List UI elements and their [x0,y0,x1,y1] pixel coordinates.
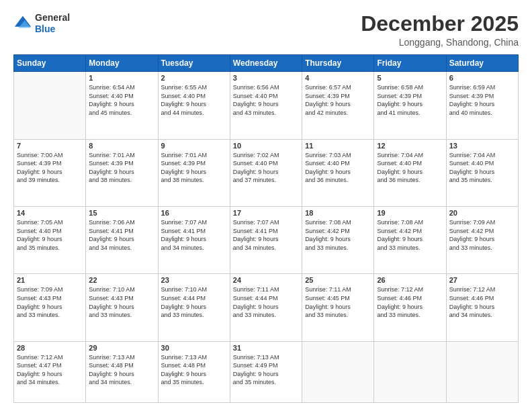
day-number: 24 [233,276,299,284]
day-info: Sunrise: 7:10 AM Sunset: 4:43 PM Dayligh… [89,285,154,319]
day-info: Sunrise: 7:00 AM Sunset: 4:39 PM Dayligh… [17,151,83,185]
day-number: 17 [233,209,299,217]
calendar-cell [446,341,518,402]
day-info: Sunrise: 7:13 AM Sunset: 4:49 PM Dayligh… [233,353,299,387]
calendar-week-row: 21Sunrise: 7:09 AM Sunset: 4:43 PM Dayli… [14,274,519,341]
title-block: December 2025 Longgang, Shandong, China [361,12,519,48]
day-number: 18 [305,209,371,217]
day-info: Sunrise: 7:07 AM Sunset: 4:41 PM Dayligh… [161,218,227,252]
day-number: 27 [449,276,515,284]
day-of-week-saturday: Saturday [446,55,518,72]
logo: General Blue [13,12,70,35]
calendar-cell: 26Sunrise: 7:12 AM Sunset: 4:46 PM Dayli… [374,274,446,341]
calendar-cell [14,72,86,139]
day-number: 26 [377,276,443,284]
day-number: 29 [89,344,154,352]
calendar-cell: 7Sunrise: 7:00 AM Sunset: 4:39 PM Daylig… [14,139,86,206]
calendar-cell: 11Sunrise: 7:03 AM Sunset: 4:40 PM Dayli… [302,139,374,206]
calendar-cell [374,341,446,402]
calendar-cell: 21Sunrise: 7:09 AM Sunset: 4:43 PM Dayli… [14,274,86,341]
calendar-cell: 17Sunrise: 7:07 AM Sunset: 4:41 PM Dayli… [230,206,302,273]
calendar-cell: 30Sunrise: 7:13 AM Sunset: 4:48 PM Dayli… [158,341,230,402]
day-number: 20 [449,209,515,217]
day-number: 7 [17,142,83,150]
day-number: 3 [233,74,299,82]
calendar-cell: 5Sunrise: 6:58 AM Sunset: 4:39 PM Daylig… [374,72,446,139]
day-info: Sunrise: 6:54 AM Sunset: 4:40 PM Dayligh… [89,83,154,117]
day-number: 19 [377,209,443,217]
calendar-week-row: 14Sunrise: 7:05 AM Sunset: 4:40 PM Dayli… [14,206,519,273]
day-number: 10 [233,142,299,150]
day-info: Sunrise: 7:11 AM Sunset: 4:45 PM Dayligh… [305,285,371,319]
calendar-cell [302,341,374,402]
calendar-cell: 25Sunrise: 7:11 AM Sunset: 4:45 PM Dayli… [302,274,374,341]
day-info: Sunrise: 7:04 AM Sunset: 4:40 PM Dayligh… [449,151,515,185]
calendar-cell: 13Sunrise: 7:04 AM Sunset: 4:40 PM Dayli… [446,139,518,206]
calendar-cell: 4Sunrise: 6:57 AM Sunset: 4:39 PM Daylig… [302,72,374,139]
day-of-week-thursday: Thursday [302,55,374,72]
calendar-cell: 14Sunrise: 7:05 AM Sunset: 4:40 PM Dayli… [14,206,86,273]
logo-icon [13,14,32,33]
day-info: Sunrise: 7:08 AM Sunset: 4:42 PM Dayligh… [305,218,371,252]
day-info: Sunrise: 7:13 AM Sunset: 4:48 PM Dayligh… [161,353,227,387]
day-number: 15 [89,209,154,217]
day-number: 1 [89,74,154,82]
day-number: 25 [305,276,371,284]
day-info: Sunrise: 7:12 AM Sunset: 4:46 PM Dayligh… [449,285,515,319]
day-info: Sunrise: 7:10 AM Sunset: 4:44 PM Dayligh… [161,285,227,319]
day-of-week-monday: Monday [86,55,158,72]
calendar-cell: 2Sunrise: 6:55 AM Sunset: 4:40 PM Daylig… [158,72,230,139]
day-number: 9 [161,142,227,150]
month-title: December 2025 [361,12,519,36]
calendar: SundayMondayTuesdayWednesdayThursdayFrid… [13,54,519,403]
day-info: Sunrise: 7:09 AM Sunset: 4:43 PM Dayligh… [17,285,83,319]
day-number: 28 [17,344,83,352]
calendar-week-row: 28Sunrise: 7:12 AM Sunset: 4:47 PM Dayli… [14,341,519,402]
calendar-cell: 8Sunrise: 7:01 AM Sunset: 4:39 PM Daylig… [86,139,158,206]
day-number: 5 [377,74,443,82]
calendar-cell: 6Sunrise: 6:59 AM Sunset: 4:39 PM Daylig… [446,72,518,139]
calendar-cell: 16Sunrise: 7:07 AM Sunset: 4:41 PM Dayli… [158,206,230,273]
day-number: 8 [89,142,154,150]
day-number: 21 [17,276,83,284]
day-info: Sunrise: 7:03 AM Sunset: 4:40 PM Dayligh… [305,151,371,185]
logo-text: General Blue [35,12,70,35]
day-info: Sunrise: 7:05 AM Sunset: 4:40 PM Dayligh… [17,218,83,252]
day-number: 4 [305,74,371,82]
day-number: 30 [161,344,227,352]
day-info: Sunrise: 7:01 AM Sunset: 4:39 PM Dayligh… [161,151,227,185]
day-info: Sunrise: 6:55 AM Sunset: 4:40 PM Dayligh… [161,83,227,117]
day-number: 22 [89,276,154,284]
calendar-header-row: SundayMondayTuesdayWednesdayThursdayFrid… [14,55,519,72]
calendar-cell: 28Sunrise: 7:12 AM Sunset: 4:47 PM Dayli… [14,341,86,402]
day-info: Sunrise: 6:58 AM Sunset: 4:39 PM Dayligh… [377,83,443,117]
logo-blue: Blue [35,24,70,35]
calendar-cell: 18Sunrise: 7:08 AM Sunset: 4:42 PM Dayli… [302,206,374,273]
day-info: Sunrise: 7:07 AM Sunset: 4:41 PM Dayligh… [233,218,299,252]
calendar-cell: 3Sunrise: 6:56 AM Sunset: 4:40 PM Daylig… [230,72,302,139]
day-number: 14 [17,209,83,217]
day-of-week-tuesday: Tuesday [158,55,230,72]
day-number: 2 [161,74,227,82]
day-info: Sunrise: 7:13 AM Sunset: 4:48 PM Dayligh… [89,353,154,387]
calendar-cell: 23Sunrise: 7:10 AM Sunset: 4:44 PM Dayli… [158,274,230,341]
day-of-week-sunday: Sunday [14,55,86,72]
calendar-cell: 15Sunrise: 7:06 AM Sunset: 4:41 PM Dayli… [86,206,158,273]
day-info: Sunrise: 7:09 AM Sunset: 4:42 PM Dayligh… [449,218,515,252]
header: General Blue December 2025 Longgang, Sha… [13,12,519,48]
day-info: Sunrise: 6:59 AM Sunset: 4:39 PM Dayligh… [449,83,515,117]
calendar-cell: 9Sunrise: 7:01 AM Sunset: 4:39 PM Daylig… [158,139,230,206]
logo-general: General [35,12,70,24]
calendar-cell: 20Sunrise: 7:09 AM Sunset: 4:42 PM Dayli… [446,206,518,273]
location: Longgang, Shandong, China [361,37,519,48]
day-info: Sunrise: 7:01 AM Sunset: 4:39 PM Dayligh… [89,151,154,185]
day-number: 11 [305,142,371,150]
day-info: Sunrise: 7:02 AM Sunset: 4:40 PM Dayligh… [233,151,299,185]
calendar-cell: 22Sunrise: 7:10 AM Sunset: 4:43 PM Dayli… [86,274,158,341]
day-info: Sunrise: 6:56 AM Sunset: 4:40 PM Dayligh… [233,83,299,117]
calendar-week-row: 7Sunrise: 7:00 AM Sunset: 4:39 PM Daylig… [14,139,519,206]
day-info: Sunrise: 7:11 AM Sunset: 4:44 PM Dayligh… [233,285,299,319]
day-info: Sunrise: 7:06 AM Sunset: 4:41 PM Dayligh… [89,218,154,252]
day-info: Sunrise: 7:12 AM Sunset: 4:46 PM Dayligh… [377,285,443,319]
calendar-cell: 1Sunrise: 6:54 AM Sunset: 4:40 PM Daylig… [86,72,158,139]
